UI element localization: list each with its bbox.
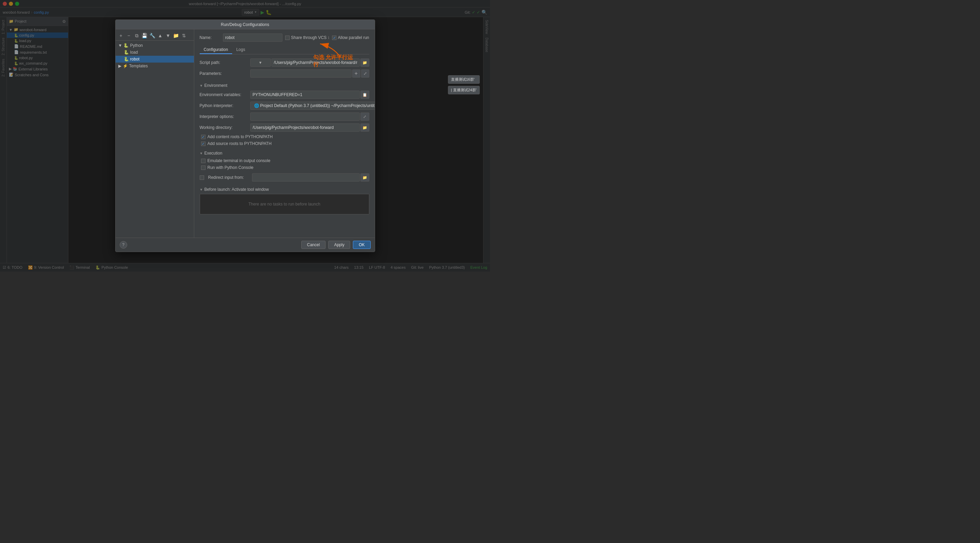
run-python-console-row: Run with Python Console: [200, 165, 369, 170]
config-load-item[interactable]: 🐍 load: [116, 49, 194, 56]
working-dir-input-group: 📁: [250, 123, 369, 132]
modal-overlay: 直播测试16群' | 直播测试24群' Run/Debug Configurat…: [0, 0, 490, 272]
sort-button[interactable]: ⇅: [181, 32, 188, 39]
before-launch-section: ▼ Before launch: Activate tool window Th…: [200, 187, 369, 214]
env-vars-row: Environment variables: 📋: [200, 91, 369, 99]
robot-icon: 🐍: [124, 57, 129, 62]
redirect-input-checkbox[interactable]: [200, 175, 204, 180]
parallel-run-row: ✓ Allow parallel run: [332, 35, 369, 40]
interpreter-options-expand[interactable]: ⤢: [360, 113, 369, 121]
emulate-terminal-row: Emulate terminal in output console: [200, 158, 369, 163]
parameters-expand-button[interactable]: ⤢: [361, 69, 369, 78]
execution-section-header[interactable]: ▼ Execution: [200, 151, 369, 156]
parameters-add-button[interactable]: +: [352, 69, 360, 78]
parallel-run-label: Allow parallel run: [338, 35, 369, 40]
before-launch-label: Before launch: Activate tool window: [204, 187, 269, 192]
before-launch-header[interactable]: ▼ Before launch: Activate tool window: [200, 187, 369, 192]
config-robot-item[interactable]: 🐍 robot: [116, 56, 194, 62]
apply-button[interactable]: Apply: [328, 241, 350, 249]
load-icon: 🐍: [124, 50, 129, 55]
dialog-title: Run/Debug Configurations: [221, 22, 269, 27]
info-icon: ℹ: [328, 35, 329, 40]
robot-label: robot: [130, 57, 140, 62]
templates-arrow: ▶: [118, 64, 121, 68]
python-interpreter-label: Python interpreter:: [200, 103, 248, 108]
script-path-browse-button[interactable]: 📁: [360, 59, 369, 67]
share-vcs-checkbox[interactable]: [285, 35, 290, 40]
python-group-label: Python: [130, 43, 143, 48]
redirect-input-label: Redirect input from:: [208, 175, 249, 180]
name-row: Name: Share through VCS ℹ ✓ Allow parall…: [200, 33, 369, 42]
env-vars-label: Environment variables:: [200, 92, 248, 97]
env-vars-browse-button[interactable]: 📋: [360, 91, 369, 99]
config-templates-item[interactable]: ▶ ⚡ Templates: [116, 62, 194, 69]
python-group-icon: 🐍: [123, 43, 129, 48]
parameters-input[interactable]: [250, 69, 352, 78]
chat-panel: 直播测试16群' | 直播测试24群': [448, 75, 480, 96]
exec-arrow-icon: ▼: [200, 151, 203, 155]
redirect-input-row: Redirect input from: 📁: [200, 174, 369, 182]
name-input[interactable]: [223, 33, 283, 42]
name-label: Name:: [200, 35, 220, 40]
redirect-input-browse[interactable]: 📁: [360, 174, 369, 182]
save-config-button[interactable]: 💾: [141, 32, 148, 39]
add-source-roots-label: Add source roots to PYTHONPATH: [208, 141, 272, 146]
config-right-panel: Name: Share through VCS ℹ ✓ Allow parall…: [194, 29, 375, 238]
interpreter-options-input[interactable]: [250, 113, 360, 121]
interpreter-options-row: Interpreter options: ⤢: [200, 113, 369, 121]
interpreter-options-input-group: ⤢: [250, 113, 369, 121]
redirect-input-group: 📁: [252, 174, 369, 182]
config-left-panel: + − ⧉ 💾 🔧 ▲ ▼ 📁 ⇅ ▼ 🐍 Python: [116, 29, 194, 238]
add-content-roots-row: ✓ Add content roots to PYTHONPATH: [200, 134, 369, 139]
help-button[interactable]: ?: [120, 241, 127, 248]
tab-logs[interactable]: Logs: [232, 46, 249, 54]
ok-button[interactable]: OK: [353, 241, 370, 249]
working-dir-input[interactable]: [250, 123, 360, 132]
cancel-button[interactable]: Cancel: [301, 241, 326, 249]
emulate-terminal-checkbox[interactable]: [201, 159, 205, 163]
script-path-input[interactable]: [272, 59, 360, 67]
tab-configuration[interactable]: Configuration: [200, 46, 232, 54]
wrench-button[interactable]: 🔧: [149, 32, 156, 39]
python-group-arrow: ▼: [118, 43, 123, 48]
add-content-roots-checkbox[interactable]: ✓: [201, 135, 205, 139]
parallel-run-checkbox[interactable]: ✓: [332, 35, 336, 40]
working-dir-label: Working directory:: [200, 125, 248, 130]
share-vcs-label: Share through VCS: [291, 35, 326, 40]
down-button[interactable]: ▼: [165, 32, 172, 39]
copy-config-button[interactable]: ⧉: [134, 32, 140, 39]
script-path-label: Script path:: [200, 60, 248, 65]
load-label: load: [130, 50, 138, 55]
folder-button[interactable]: 📁: [173, 32, 180, 39]
working-dir-row: Working directory: 📁: [200, 123, 369, 132]
emulate-terminal-label: Emulate terminal in output console: [208, 158, 270, 163]
parameters-row: Parameters: + ⤢: [200, 69, 369, 78]
config-python-group[interactable]: ▼ 🐍 Python: [116, 42, 194, 49]
script-type-selector[interactable]: ▼: [250, 59, 271, 67]
add-content-roots-label: Add content roots to PYTHONPATH: [208, 134, 273, 139]
add-source-roots-checkbox[interactable]: ✓: [201, 142, 205, 146]
python-interpreter-input-group: 🌐 Project Default (Python 3.7 (untitled3…: [250, 102, 375, 110]
env-vars-input[interactable]: [250, 91, 360, 99]
environment-section-header[interactable]: ▼ Environment: [200, 83, 369, 88]
python-interpreter-select[interactable]: 🌐 Project Default (Python 3.7 (untitled3…: [250, 102, 375, 110]
templates-label: Templates: [129, 64, 148, 68]
footer-buttons: Cancel Apply OK: [301, 241, 371, 249]
config-tabs: Configuration Logs: [200, 46, 369, 54]
remove-config-button[interactable]: −: [126, 32, 132, 39]
working-dir-browse[interactable]: 📁: [360, 123, 369, 132]
run-debug-dialog: Run/Debug Configurations + − ⧉ 💾 🔧 ▲ ▼ 📁…: [115, 19, 375, 252]
add-config-button[interactable]: +: [118, 32, 124, 39]
script-path-input-group: ▼ 📁: [250, 59, 369, 67]
execution-label: Execution: [204, 151, 222, 156]
redirect-input-input[interactable]: [252, 174, 360, 182]
dialog-footer: ? Cancel Apply OK: [116, 238, 375, 252]
script-path-row: Script path: ▼ 📁: [200, 59, 369, 67]
up-button[interactable]: ▲: [157, 32, 164, 39]
dialog-body: + − ⧉ 💾 🔧 ▲ ▼ 📁 ⇅ ▼ 🐍 Python: [116, 29, 375, 238]
run-python-console-label: Run with Python Console: [208, 165, 254, 170]
config-tree: ▼ 🐍 Python 🐍 load 🐍 robot ▶ ⚡: [116, 41, 194, 236]
before-launch-empty: There are no tasks to run before launch: [200, 194, 369, 214]
run-python-console-checkbox[interactable]: [201, 166, 205, 170]
env-arrow-icon: ▼: [200, 84, 203, 88]
